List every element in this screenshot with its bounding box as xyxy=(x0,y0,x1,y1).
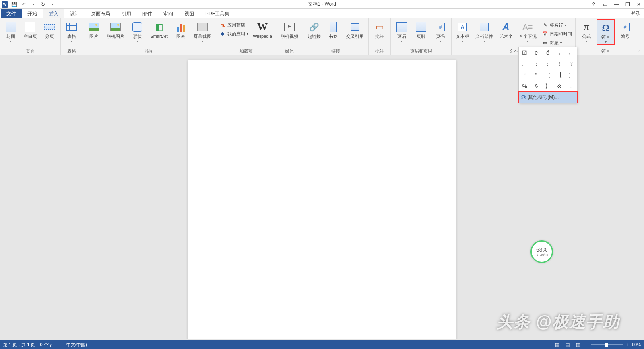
qat-undo-more[interactable]: ▾ xyxy=(30,1,37,8)
date-time-button[interactable]: 📅日期和时间 xyxy=(540,30,574,38)
symbol-cell[interactable]: ” xyxy=(530,70,542,81)
zoom-level[interactable]: 90% xyxy=(632,342,641,347)
qat-customize[interactable]: ▾ xyxy=(49,1,56,8)
status-words[interactable]: 0 个字 xyxy=(40,342,52,348)
symbol-cell[interactable]: ） xyxy=(565,70,577,81)
symbol-cell[interactable]: ※ xyxy=(553,81,565,92)
symbol-cell[interactable]: % xyxy=(519,81,530,92)
wordart-button[interactable]: A艺术字▾ xyxy=(497,19,515,43)
restore-button[interactable]: ❐ xyxy=(624,1,631,8)
status-bar: 第 1 页，共 1 页 0 个字 ☐ 中文(中国) ▦ ▤ ▥ − + 90% xyxy=(0,340,644,349)
group-comments-label: 批注 xyxy=(370,47,389,55)
smartart-button[interactable]: ◧SmartArt xyxy=(147,19,171,39)
tab-layout[interactable]: 页面布局 xyxy=(85,9,116,18)
tab-home[interactable]: 开始 xyxy=(22,9,43,18)
screenshot-button[interactable]: 屏幕截图▾ xyxy=(191,19,214,43)
qat-save[interactable]: 💾 xyxy=(10,1,18,8)
tab-pdf[interactable]: PDF工具集 xyxy=(200,9,235,18)
group-comments: ▭批注 批注 xyxy=(369,18,391,55)
tab-view[interactable]: 视图 xyxy=(179,9,200,18)
tab-mailings[interactable]: 邮件 xyxy=(137,9,158,18)
window-title: 文档1 - Word xyxy=(308,1,336,8)
tab-references[interactable]: 引用 xyxy=(116,9,137,18)
symbol-cell[interactable]: ○ xyxy=(565,81,577,92)
quick-parts-button[interactable]: 文档部件▾ xyxy=(473,19,496,43)
signature-line-button[interactable]: ✎签名行▾ xyxy=(540,21,574,29)
pictures-button[interactable]: 图片 xyxy=(85,19,103,39)
equation-button[interactable]: π公式▾ xyxy=(577,19,596,43)
symbol-cell[interactable]: 。 xyxy=(565,47,577,58)
symbol-cell[interactable]: ☑ xyxy=(519,47,530,58)
group-hf-label: 页眉和页脚 xyxy=(392,47,450,55)
read-mode-button[interactable]: ▦ xyxy=(553,341,561,348)
cover-page-button[interactable]: 封面▾ xyxy=(2,19,20,43)
wikipedia-button[interactable]: WWikipedia xyxy=(251,19,274,39)
zoom-out-button[interactable]: − xyxy=(585,342,587,347)
group-addins: 🛍应用商店 ⬢我的应用▾ WWikipedia 加载项 xyxy=(216,18,276,55)
status-page[interactable]: 第 1 页，共 1 页 xyxy=(3,342,35,348)
web-layout-button[interactable]: ▥ xyxy=(574,341,582,348)
store-button[interactable]: 🛍应用商店 xyxy=(218,21,250,29)
number-button[interactable]: #编号 xyxy=(616,19,634,39)
qat-redo[interactable]: ↻ xyxy=(39,1,47,8)
print-layout-button[interactable]: ▤ xyxy=(564,341,571,348)
cross-reference-button[interactable]: 交叉引用 xyxy=(343,19,367,39)
symbol-cell[interactable]: （ xyxy=(542,70,554,81)
tab-insert[interactable]: 插入 xyxy=(43,9,64,18)
status-proof-icon[interactable]: ☐ xyxy=(58,342,62,347)
comment-button[interactable]: ▭批注 xyxy=(370,19,389,39)
symbol-cell[interactable]: 】 xyxy=(542,81,554,92)
omega-icon: Ω xyxy=(521,94,526,101)
footer-button[interactable]: 页脚▾ xyxy=(412,19,430,43)
header-button[interactable]: 页眉▾ xyxy=(392,19,411,43)
help-button[interactable]: ? xyxy=(590,1,597,8)
dropcap-button[interactable]: A≡首字下沉▾ xyxy=(516,19,539,43)
online-pictures-button[interactable]: 联机图片 xyxy=(104,19,127,39)
margin-mark-tl xyxy=(221,88,228,95)
symbol-cell[interactable]: ē xyxy=(530,47,542,58)
group-media: 联机视频 媒体 xyxy=(276,18,303,55)
blank-page-button[interactable]: 空白页 xyxy=(21,19,39,39)
symbol-cell[interactable]: ě xyxy=(542,47,554,58)
symbol-cell[interactable]: ？ xyxy=(565,58,577,70)
system-monitor-widget[interactable]: 63% 🌡 49°C xyxy=(530,240,553,263)
zoom-slider[interactable] xyxy=(591,344,623,345)
textbox-button[interactable]: A文本框▾ xyxy=(453,19,472,43)
symbol-cell[interactable]: ， xyxy=(553,47,565,58)
symbol-button[interactable]: Ω符号▾ xyxy=(597,19,615,45)
tab-file[interactable]: 文件 xyxy=(1,9,22,18)
collapse-ribbon-button[interactable]: ⌃ xyxy=(638,50,641,54)
my-apps-button[interactable]: ⬢我的应用▾ xyxy=(218,30,250,38)
hyperlink-button[interactable]: 🔗超链接 xyxy=(305,19,323,39)
symbol-cell[interactable]: 、 xyxy=(519,58,530,70)
qat-undo[interactable]: ↶ xyxy=(20,1,27,8)
symbol-cell[interactable]: 【 xyxy=(553,70,565,81)
tab-design[interactable]: 设计 xyxy=(64,9,85,18)
symbol-cell[interactable]: ！ xyxy=(553,58,565,70)
object-button[interactable]: ▭对象▾ xyxy=(540,39,574,47)
tab-review[interactable]: 审阅 xyxy=(158,9,179,18)
group-tables-label: 表格 xyxy=(62,47,81,55)
table-button[interactable]: 表格▾ xyxy=(62,19,81,43)
document-page[interactable] xyxy=(188,60,456,339)
group-tables: 表格▾ 表格 xyxy=(61,18,83,55)
symbol-grid: ☑ ē ě ， 。 、 ； ： ！ ？ “ ” （ 【 ） % & 】 ※ ○ xyxy=(519,47,577,92)
symbol-cell[interactable]: ； xyxy=(530,58,542,70)
more-symbols-button[interactable]: Ω 其他符号(M)... xyxy=(519,92,577,103)
symbol-cell[interactable]: & xyxy=(530,81,542,92)
symbol-cell[interactable]: ： xyxy=(542,58,554,70)
page-break-button[interactable]: 分页 xyxy=(40,19,59,39)
page-number-button[interactable]: #页码▾ xyxy=(431,19,450,43)
online-video-button[interactable]: 联机视频 xyxy=(278,19,301,39)
zoom-in-button[interactable]: + xyxy=(626,342,629,347)
bookmark-button[interactable]: 书签 xyxy=(324,19,343,39)
ribbon-display-button[interactable]: ▭ xyxy=(601,1,609,8)
status-language[interactable]: 中文(中国) xyxy=(66,342,87,348)
minimize-button[interactable]: — xyxy=(613,1,620,8)
shapes-button[interactable]: 形状▾ xyxy=(128,19,147,43)
chart-button[interactable]: 图表 xyxy=(171,19,190,39)
group-media-label: 媒体 xyxy=(278,47,301,55)
symbol-cell[interactable]: “ xyxy=(519,70,530,81)
login-link[interactable]: 登录 xyxy=(631,10,642,16)
close-button[interactable]: ✕ xyxy=(635,1,642,8)
